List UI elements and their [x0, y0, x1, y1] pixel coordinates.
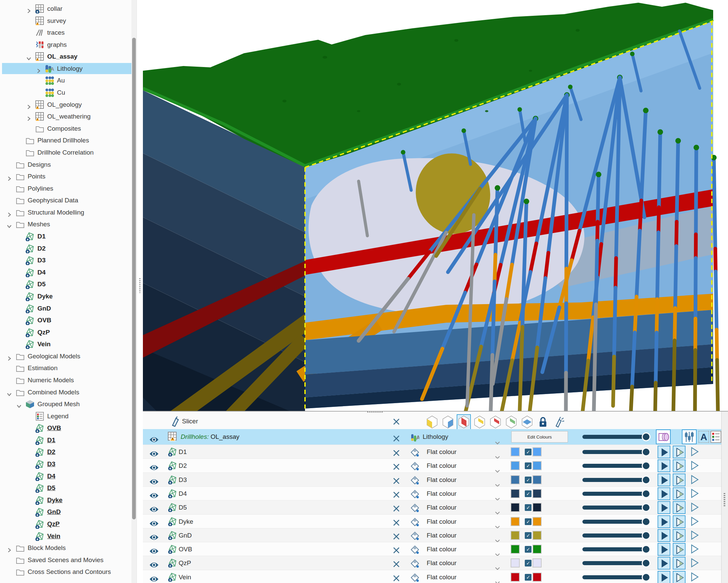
tree-item-gnd[interactable]: GnD [0, 506, 137, 518]
shape-row-d4[interactable]: D4Flat colour✓ [143, 486, 721, 500]
shape-row-d3[interactable]: D3Flat colour✓ [143, 473, 721, 487]
visibility-eye-icon[interactable] [149, 532, 159, 539]
opacity-slider-knob[interactable] [642, 489, 650, 498]
colour-swatch[interactable] [511, 503, 520, 512]
remove-shape-button[interactable] [392, 490, 400, 498]
tree-item-lithology[interactable]: ALithology [0, 63, 137, 75]
both-sides-render-button[interactable] [673, 501, 685, 514]
colour-mode-select[interactable]: Flat colour [427, 542, 457, 556]
colour-mode-select[interactable]: Flat colour [427, 473, 457, 487]
colour-mode-select[interactable]: Flat colour [427, 459, 457, 473]
chevron-down-icon[interactable] [495, 492, 500, 496]
wireframe-render-button[interactable] [688, 557, 701, 570]
tree-item-qzp[interactable]: QzP [0, 327, 137, 338]
tree-item-survey[interactable]: survey [0, 15, 137, 27]
visible-checkbox[interactable]: ✓ [525, 490, 531, 497]
both-sides-render-button[interactable] [673, 474, 685, 486]
tree-item-d5[interactable]: D5 [0, 482, 137, 494]
tree-expand-chevron-icon[interactable] [26, 114, 32, 119]
tree-item-estimation[interactable]: Estimation [0, 362, 137, 374]
tree-expand-chevron-icon[interactable] [16, 401, 22, 407]
tree-item-collar[interactable]: collar [0, 3, 137, 15]
opacity-slider-knob[interactable] [642, 433, 650, 441]
tree-expand-chevron-icon[interactable] [6, 545, 12, 551]
opacity-slider[interactable] [582, 561, 650, 565]
slab-yellow-tool-icon[interactable] [473, 415, 486, 429]
opacity-slider-knob[interactable] [642, 545, 650, 554]
wireframe-render-button[interactable] [688, 501, 701, 514]
faces-render-button[interactable] [657, 501, 670, 514]
chevron-down-icon[interactable] [495, 450, 500, 454]
tree-expand-chevron-icon[interactable] [6, 210, 12, 216]
colour-swatch[interactable] [511, 573, 520, 582]
chevron-down-icon[interactable] [495, 478, 500, 482]
remove-shape-button[interactable] [392, 518, 400, 526]
shape-row-d1[interactable]: D1Flat colour✓ [143, 445, 721, 459]
colour-swatch[interactable] [532, 475, 542, 484]
tree-item-d4[interactable]: D4 [0, 267, 137, 278]
wireframe-render-button[interactable] [688, 474, 701, 486]
slab-green-tool-icon[interactable] [505, 415, 517, 429]
colour-swatch[interactable] [511, 545, 520, 554]
colour-swatch[interactable] [511, 461, 520, 470]
tree-item-d3[interactable]: D3 [0, 459, 137, 470]
tree-item-ol-assay[interactable]: OL_assay [0, 51, 137, 62]
wireframe-render-button[interactable] [688, 487, 701, 500]
tree-item-ol-geology[interactable]: OL_geology [0, 99, 137, 110]
tree-expand-chevron-icon[interactable] [6, 222, 12, 227]
tree-item-block-models[interactable]: Block Models [0, 542, 137, 554]
remove-shape-button[interactable] [392, 462, 400, 470]
opacity-slider[interactable] [582, 505, 650, 509]
slice-left-tool-icon[interactable] [426, 415, 438, 429]
visibility-eye-icon[interactable] [149, 518, 159, 525]
right-splitter-grip-icon[interactable] [724, 493, 725, 507]
colour-swatch[interactable] [511, 517, 520, 526]
slab-red-tool-icon[interactable] [489, 415, 501, 429]
colour-mode-select[interactable]: Flat colour [427, 556, 457, 570]
faces-render-button[interactable] [657, 487, 670, 500]
colour-mode-select[interactable]: Flat colour [427, 515, 457, 528]
both-sides-render-button[interactable] [673, 515, 685, 528]
shape-row-dyke[interactable]: DykeFlat colour✓ [143, 514, 721, 528]
tree-item-dyke[interactable]: Dyke [0, 291, 137, 302]
visible-checkbox[interactable]: ✓ [525, 532, 531, 539]
opacity-slider-knob[interactable] [642, 573, 650, 582]
filter-drillholes-button[interactable] [682, 429, 697, 444]
tree-item-ovb[interactable]: OVB [0, 422, 137, 434]
visible-checkbox[interactable]: ✓ [525, 449, 531, 455]
text-labels-button[interactable]: A [698, 431, 709, 443]
tree-item-grouped-mesh[interactable]: Grouped Mesh [0, 398, 137, 410]
visible-checkbox[interactable]: ✓ [525, 560, 531, 566]
colour-swatch[interactable] [532, 503, 542, 512]
opacity-slider[interactable] [582, 478, 650, 482]
tree-item-ovb[interactable]: OVB [0, 314, 137, 326]
scene-3d-viewport[interactable] [143, 0, 728, 411]
remove-shape-button[interactable] [392, 531, 400, 539]
colour-swatch[interactable] [511, 531, 520, 540]
visible-checkbox[interactable]: ✓ [525, 504, 531, 511]
tree-item-au[interactable]: Au [0, 75, 137, 86]
both-sides-render-button[interactable] [673, 446, 685, 459]
colour-swatch[interactable] [532, 461, 542, 470]
visibility-eye-icon[interactable] [149, 448, 159, 455]
tree-item-vein[interactable]: Vein [0, 338, 137, 350]
chevron-down-icon[interactable] [495, 464, 500, 468]
opacity-slider-knob[interactable] [642, 462, 650, 470]
tree-item-saved-scenes-and-movies[interactable]: Saved Scenes and Movies [0, 554, 137, 566]
both-sides-render-button[interactable] [673, 487, 685, 500]
both-sides-render-button[interactable] [673, 557, 685, 570]
opacity-slider-knob[interactable] [642, 559, 650, 567]
opacity-slider-knob[interactable] [642, 448, 650, 456]
colour-swatch[interactable] [532, 573, 542, 582]
tree-item-designs[interactable]: Designs [0, 159, 137, 170]
chevron-down-icon[interactable] [495, 520, 500, 524]
faces-render-button[interactable] [657, 543, 670, 556]
faces-render-button[interactable] [657, 474, 670, 486]
visibility-eye-icon[interactable] [149, 504, 159, 511]
chevron-down-icon[interactable] [495, 506, 500, 509]
remove-shape-button[interactable] [392, 545, 400, 553]
opacity-slider-knob[interactable] [642, 476, 650, 484]
tree-item-d4[interactable]: D4 [0, 471, 137, 482]
colour-swatch[interactable] [511, 447, 520, 456]
remove-shape-button[interactable] [392, 573, 400, 581]
